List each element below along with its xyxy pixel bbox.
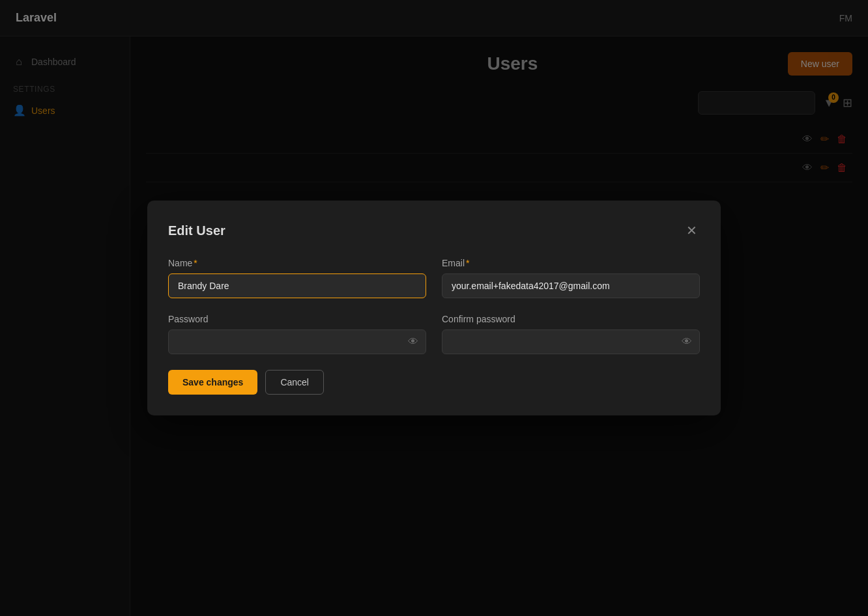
name-label: Name* bbox=[168, 258, 426, 268]
edit-user-modal: Edit User ✕ Name* Email* Password bbox=[147, 201, 721, 415]
confirm-password-label: Confirm password bbox=[442, 314, 700, 324]
confirm-password-eye-icon[interactable]: 👁 bbox=[682, 336, 692, 348]
email-required-star: * bbox=[466, 258, 469, 268]
modal-close-button[interactable]: ✕ bbox=[684, 221, 700, 240]
form-group-name: Name* bbox=[168, 258, 426, 298]
form-group-password: Password 👁 bbox=[168, 314, 426, 354]
password-label: Password bbox=[168, 314, 426, 324]
form-row-passwords: Password 👁 Confirm password 👁 bbox=[168, 314, 700, 354]
cancel-button[interactable]: Cancel bbox=[265, 370, 324, 395]
modal-actions: Save changes Cancel bbox=[168, 370, 700, 395]
password-input[interactable] bbox=[168, 329, 426, 354]
password-input-wrapper: 👁 bbox=[168, 329, 426, 354]
name-input[interactable] bbox=[168, 273, 426, 298]
modal-header: Edit User ✕ bbox=[168, 221, 700, 240]
email-label: Email* bbox=[442, 258, 700, 268]
email-input[interactable] bbox=[442, 273, 700, 298]
modal-title: Edit User bbox=[168, 223, 225, 238]
modal-overlay: Edit User ✕ Name* Email* Password bbox=[0, 0, 868, 616]
password-eye-icon[interactable]: 👁 bbox=[408, 336, 418, 348]
confirm-password-input-wrapper: 👁 bbox=[442, 329, 700, 354]
save-changes-button[interactable]: Save changes bbox=[168, 370, 257, 395]
form-group-confirm-password: Confirm password 👁 bbox=[442, 314, 700, 354]
form-row-name-email: Name* Email* bbox=[168, 258, 700, 298]
name-required-star: * bbox=[194, 258, 197, 268]
form-group-email: Email* bbox=[442, 258, 700, 298]
confirm-password-input[interactable] bbox=[442, 329, 700, 354]
